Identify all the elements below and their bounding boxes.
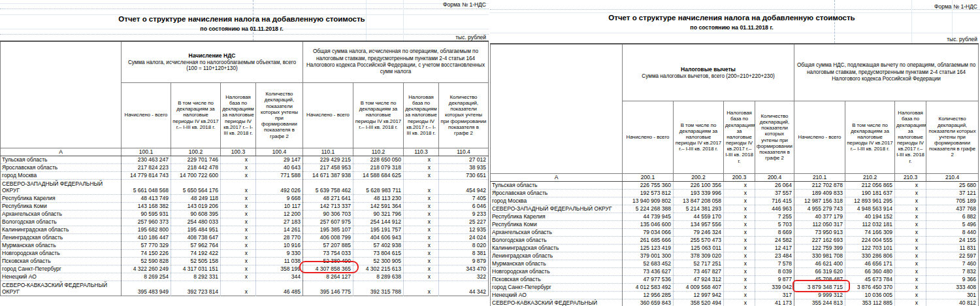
cell[interactable]: 212 056 865 bbox=[845, 181, 895, 189]
cell[interactable]: 218 079 318 bbox=[353, 163, 404, 171]
cell[interactable]: х bbox=[221, 273, 256, 280]
cell[interactable]: 125 123 419 bbox=[623, 244, 674, 252]
cell[interactable]: х bbox=[724, 299, 755, 306]
cell[interactable]: 46 656 171 bbox=[845, 260, 895, 267]
cell[interactable]: х bbox=[404, 163, 439, 171]
cell[interactable]: х bbox=[221, 249, 256, 257]
cell[interactable]: 3 879 348 715 bbox=[794, 283, 845, 291]
cell[interactable]: 454 942 bbox=[439, 179, 489, 194]
region-label[interactable]: Ленинградская область bbox=[1, 233, 122, 241]
cell[interactable]: х bbox=[221, 226, 256, 233]
cell[interactable]: 705 189 bbox=[926, 197, 979, 205]
cell[interactable]: х bbox=[404, 226, 439, 233]
cell[interactable]: х bbox=[404, 249, 439, 257]
cell[interactable]: 218 442 478 bbox=[171, 163, 221, 171]
cell[interactable]: 23 484 bbox=[755, 252, 794, 260]
cell[interactable]: 142 591 364 bbox=[353, 202, 404, 210]
cell[interactable]: х bbox=[895, 189, 926, 197]
cell[interactable]: 5 224 268 388 bbox=[623, 205, 674, 212]
cell[interactable]: 14 700 722 600 bbox=[171, 171, 221, 179]
cell[interactable]: х bbox=[895, 197, 926, 205]
cell[interactable]: х bbox=[221, 194, 256, 202]
cell[interactable]: 44 559 170 bbox=[674, 212, 724, 220]
cell[interactable]: 193 339 996 bbox=[674, 189, 724, 197]
cell[interactable]: х bbox=[404, 241, 439, 249]
region-label[interactable]: Ненецкий АО bbox=[491, 291, 623, 299]
cell[interactable]: 74 166 309 bbox=[845, 228, 895, 236]
cell[interactable]: 229 429 215 bbox=[303, 156, 353, 163]
cell[interactable]: 57 402 938 bbox=[353, 241, 404, 249]
cell[interactable]: х bbox=[724, 205, 755, 212]
cell[interactable]: 142 713 337 bbox=[303, 202, 353, 210]
cell[interactable]: 28 770 bbox=[256, 233, 303, 241]
cell[interactable]: 27 183 bbox=[256, 218, 303, 226]
region-label[interactable]: Республика Карелия bbox=[1, 194, 122, 202]
cell[interactable]: х bbox=[724, 236, 755, 244]
cell[interactable]: 57 770 329 bbox=[122, 241, 171, 249]
cell[interactable]: 322 bbox=[439, 273, 489, 280]
region-label[interactable]: СЕВЕРО-ЗАПАДНЫЙ ФЕДЕРАЛЬНЫЙ ОКРУГ bbox=[491, 205, 623, 212]
cell[interactable]: х bbox=[895, 267, 926, 275]
cell[interactable]: 90 595 931 bbox=[122, 210, 171, 218]
cell[interactable]: 66 360 480 bbox=[845, 267, 895, 275]
cell[interactable]: 134 957 556 bbox=[674, 220, 724, 228]
cell[interactable]: 406 008 799 bbox=[303, 233, 353, 241]
cell[interactable]: 8 039 bbox=[755, 267, 794, 275]
cell[interactable]: 395 146 775 bbox=[303, 280, 353, 296]
cell[interactable]: 73 804 615 bbox=[353, 249, 404, 257]
cell[interactable]: 13 940 909 802 bbox=[623, 197, 674, 205]
cell[interactable]: 79 246 324 bbox=[674, 228, 724, 236]
cell[interactable]: 8 289 638 bbox=[353, 273, 404, 280]
region-label[interactable]: Калининградская область bbox=[491, 244, 623, 252]
cell[interactable]: 492 026 bbox=[256, 179, 303, 194]
cell[interactable]: 5 703 bbox=[755, 220, 794, 228]
cell[interactable]: 226 755 360 bbox=[623, 181, 674, 189]
cell[interactable]: х bbox=[221, 257, 256, 265]
cell[interactable]: х bbox=[404, 156, 439, 163]
cell[interactable]: 10 117 bbox=[256, 202, 303, 210]
cell[interactable]: 404 606 943 bbox=[353, 233, 404, 241]
cell[interactable]: 52 717 251 bbox=[674, 260, 724, 267]
cell[interactable]: 3 876 450 370 bbox=[845, 283, 895, 291]
region-label[interactable]: Мурманская область bbox=[491, 260, 623, 267]
cell[interactable]: 10 036 005 bbox=[845, 291, 895, 299]
cell[interactable]: 7 578 bbox=[755, 260, 794, 267]
cell[interactable]: 257 960 373 bbox=[122, 218, 171, 226]
cell[interactable]: х bbox=[724, 260, 755, 267]
cell[interactable]: 125 063 011 bbox=[674, 244, 724, 252]
cell[interactable]: 41 173 bbox=[755, 299, 794, 306]
cell[interactable]: 217 458 953 bbox=[303, 163, 353, 171]
cell[interactable]: 38 935 bbox=[439, 163, 489, 171]
cell[interactable]: 4 948 563 914 bbox=[845, 205, 895, 212]
cell[interactable]: х bbox=[895, 181, 926, 189]
region-label[interactable]: город Санкт-Петербург bbox=[1, 265, 122, 273]
cell[interactable]: х bbox=[404, 210, 439, 218]
cell[interactable]: х bbox=[221, 179, 256, 194]
cell[interactable]: 12 987 156 318 bbox=[794, 197, 845, 205]
cell[interactable]: 7 832 bbox=[926, 267, 979, 275]
cell[interactable]: х bbox=[221, 171, 256, 179]
cell[interactable]: х bbox=[404, 202, 439, 210]
cell[interactable]: 5 628 983 711 bbox=[353, 179, 404, 194]
cell[interactable]: 6 882 bbox=[926, 212, 979, 220]
cell[interactable]: 14 779 814 743 bbox=[122, 171, 171, 179]
cell[interactable]: 66 319 620 bbox=[794, 267, 845, 275]
cell[interactable]: 227 162 693 bbox=[794, 236, 845, 244]
cell[interactable]: 437 768 bbox=[926, 205, 979, 212]
cell[interactable]: 4 009 568 407 bbox=[674, 283, 724, 291]
cell[interactable]: 224 004 555 bbox=[845, 236, 895, 244]
cell[interactable]: 4 012 583 492 bbox=[623, 283, 674, 291]
cell[interactable]: 344 bbox=[256, 273, 303, 280]
cell[interactable]: 9 877 bbox=[755, 275, 794, 283]
cell[interactable]: х bbox=[724, 291, 755, 299]
cell[interactable]: 14 671 387 938 bbox=[303, 171, 353, 179]
cell[interactable]: 217 824 223 bbox=[122, 163, 171, 171]
cell[interactable]: 29 147 bbox=[256, 156, 303, 163]
region-label[interactable]: Тульская область bbox=[1, 156, 122, 163]
region-label[interactable]: Калининградская область bbox=[1, 226, 122, 233]
cell[interactable]: 40 643 bbox=[256, 163, 303, 171]
region-label[interactable]: Ярославская область bbox=[491, 189, 623, 197]
cell[interactable]: 4 302 215 613 bbox=[353, 265, 404, 273]
cell[interactable]: 48 271 641 bbox=[303, 194, 353, 202]
cell[interactable]: х bbox=[221, 233, 256, 241]
